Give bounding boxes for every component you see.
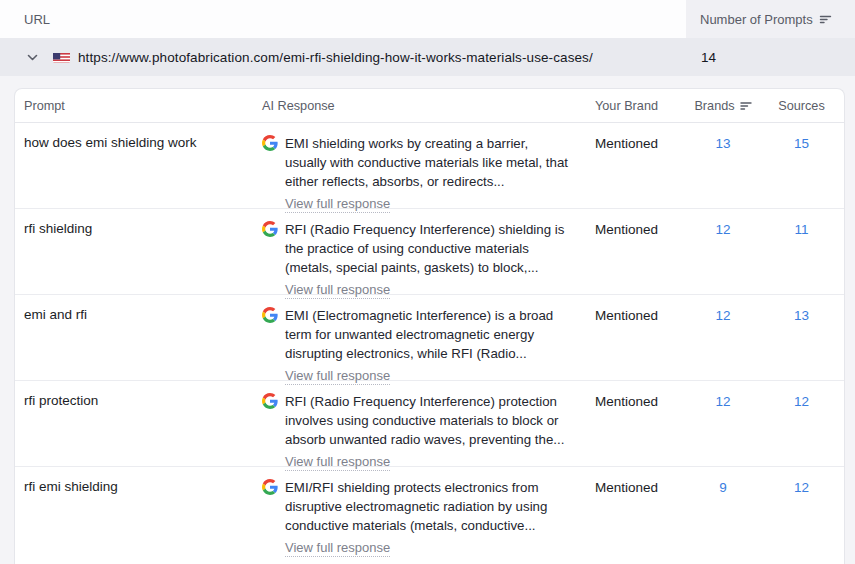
prompts-table-card: Prompt AI Response Your Brand Brands Sou… (14, 88, 845, 564)
view-full-response-link[interactable]: View full response (285, 281, 390, 299)
sources-count-link[interactable]: 12 (759, 478, 844, 495)
table-row: rfi protection RFI (Radio Frequency Inte… (15, 381, 844, 467)
response-body: RFI (Radio Frequency Interference) prote… (285, 392, 569, 471)
view-full-response-link[interactable]: View full response (285, 539, 390, 557)
table-row: rfi shielding RFI (Radio Frequency Inter… (15, 209, 844, 295)
column-header-sources: Sources (759, 99, 844, 113)
response-text: RFI (Radio Frequency Interference) shiel… (285, 222, 564, 275)
your-brand-cell: Mentioned (577, 306, 687, 323)
sort-icon[interactable] (819, 14, 832, 25)
ai-response-cell: EMI (Electromagnetic Interference) is a … (262, 306, 577, 385)
ai-response-cell: EMI shielding works by creating a barrie… (262, 134, 577, 213)
table-row: rfi emi shielding EMI/RFI shielding prot… (15, 467, 844, 557)
brands-count-link[interactable]: 12 (687, 392, 759, 409)
brands-count-link[interactable]: 12 (687, 220, 759, 237)
response-text: RFI (Radio Frequency Interference) prote… (285, 394, 564, 447)
prompt-count-cell: 14 (686, 50, 855, 65)
sources-count-link[interactable]: 12 (759, 392, 844, 409)
google-icon (262, 221, 278, 237)
brands-count-link[interactable]: 12 (687, 306, 759, 323)
prompt-cell: emi and rfi (15, 306, 262, 324)
response-body: EMI shielding works by creating a barrie… (285, 134, 569, 213)
column-header-prompt: Prompt (15, 99, 262, 113)
divider-band (0, 76, 855, 88)
table-row: how does emi shielding work EMI shieldin… (15, 123, 844, 209)
table-row: emi and rfi EMI (Electromagnetic Interfe… (15, 295, 844, 381)
prompts-table-body: how does emi shielding work EMI shieldin… (15, 123, 844, 557)
url-row[interactable]: https://www.photofabrication.com/emi-rfi… (0, 38, 855, 76)
prompts-table-header: Prompt AI Response Your Brand Brands Sou… (15, 89, 844, 123)
view-full-response-link[interactable]: View full response (285, 453, 390, 471)
google-icon (262, 479, 278, 495)
view-full-response-link[interactable]: View full response (285, 195, 390, 213)
response-body: EMI/RFI shielding protects electronics f… (285, 478, 569, 557)
response-text: EMI shielding works by creating a barrie… (285, 136, 568, 189)
number-of-prompts-column-header[interactable]: Number of Prompts (686, 0, 855, 38)
view-full-response-link[interactable]: View full response (285, 367, 390, 385)
ai-response-cell: EMI/RFI shielding protects electronics f… (262, 478, 577, 557)
url-table-header: URL Number of Prompts (0, 0, 855, 38)
your-brand-cell: Mentioned (577, 392, 687, 409)
sources-count-link[interactable]: 15 (759, 134, 844, 151)
url-column-header: URL (0, 0, 686, 38)
ai-response-cell: RFI (Radio Frequency Interference) shiel… (262, 220, 577, 299)
google-icon (262, 307, 278, 323)
column-header-brands[interactable]: Brands (687, 99, 759, 113)
sources-count-link[interactable]: 13 (759, 306, 844, 323)
your-brand-cell: Mentioned (577, 478, 687, 495)
ai-response-cell: RFI (Radio Frequency Interference) prote… (262, 392, 577, 471)
us-flag-icon (53, 51, 70, 63)
response-body: RFI (Radio Frequency Interference) shiel… (285, 220, 569, 299)
prompt-cell: rfi emi shielding (15, 478, 262, 496)
response-text: EMI/RFI shielding protects electronics f… (285, 480, 547, 533)
brands-count-link[interactable]: 13 (687, 134, 759, 151)
brands-count-link[interactable]: 9 (687, 478, 759, 495)
your-brand-cell: Mentioned (577, 220, 687, 237)
url-column-label: URL (24, 12, 50, 27)
sort-icon[interactable] (740, 101, 752, 111)
your-brand-cell: Mentioned (577, 134, 687, 151)
sources-count-link[interactable]: 11 (759, 220, 844, 237)
google-icon (262, 135, 278, 151)
response-text: EMI (Electromagnetic Interference) is a … (285, 308, 553, 361)
chevron-down-icon[interactable] (26, 50, 40, 64)
column-header-ai-response: AI Response (262, 99, 577, 113)
column-header-your-brand: Your Brand (577, 99, 687, 113)
number-of-prompts-label: Number of Prompts (700, 12, 813, 27)
google-icon (262, 393, 278, 409)
prompt-cell: how does emi shielding work (15, 134, 262, 152)
url-link[interactable]: https://www.photofabrication.com/emi-rfi… (78, 50, 593, 65)
url-cell: https://www.photofabrication.com/emi-rfi… (0, 50, 686, 65)
prompt-cell: rfi shielding (15, 220, 262, 238)
prompts-card-wrap: Prompt AI Response Your Brand Brands Sou… (0, 88, 855, 564)
response-body: EMI (Electromagnetic Interference) is a … (285, 306, 569, 385)
prompt-cell: rfi protection (15, 392, 262, 410)
